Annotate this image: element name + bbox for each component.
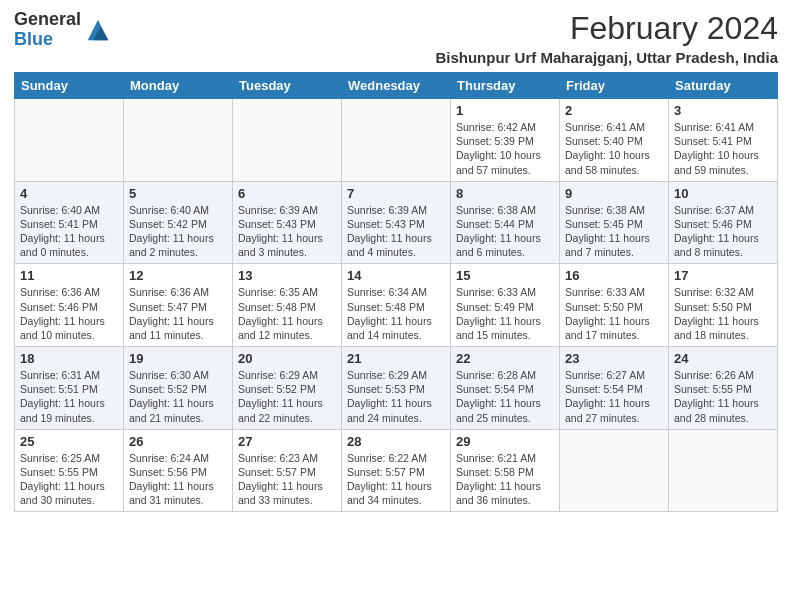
table-row: 22Sunrise: 6:28 AM Sunset: 5:54 PM Dayli…	[451, 347, 560, 430]
table-row: 28Sunrise: 6:22 AM Sunset: 5:57 PM Dayli…	[342, 429, 451, 512]
day-info: Sunrise: 6:41 AM Sunset: 5:40 PM Dayligh…	[565, 120, 663, 177]
table-row: 5Sunrise: 6:40 AM Sunset: 5:42 PM Daylig…	[124, 181, 233, 264]
day-number: 19	[129, 351, 227, 366]
col-sunday: Sunday	[15, 73, 124, 99]
day-number: 6	[238, 186, 336, 201]
calendar-week-row: 4Sunrise: 6:40 AM Sunset: 5:41 PM Daylig…	[15, 181, 778, 264]
table-row: 16Sunrise: 6:33 AM Sunset: 5:50 PM Dayli…	[560, 264, 669, 347]
day-info: Sunrise: 6:40 AM Sunset: 5:41 PM Dayligh…	[20, 203, 118, 260]
table-row: 20Sunrise: 6:29 AM Sunset: 5:52 PM Dayli…	[233, 347, 342, 430]
table-row: 13Sunrise: 6:35 AM Sunset: 5:48 PM Dayli…	[233, 264, 342, 347]
table-row: 18Sunrise: 6:31 AM Sunset: 5:51 PM Dayli…	[15, 347, 124, 430]
day-number: 4	[20, 186, 118, 201]
table-row: 3Sunrise: 6:41 AM Sunset: 5:41 PM Daylig…	[669, 99, 778, 182]
calendar: Sunday Monday Tuesday Wednesday Thursday…	[14, 72, 778, 512]
logo: General Blue	[14, 10, 112, 50]
day-number: 28	[347, 434, 445, 449]
day-info: Sunrise: 6:42 AM Sunset: 5:39 PM Dayligh…	[456, 120, 554, 177]
table-row	[560, 429, 669, 512]
day-number: 5	[129, 186, 227, 201]
calendar-week-row: 1Sunrise: 6:42 AM Sunset: 5:39 PM Daylig…	[15, 99, 778, 182]
day-number: 11	[20, 268, 118, 283]
day-info: Sunrise: 6:26 AM Sunset: 5:55 PM Dayligh…	[674, 368, 772, 425]
table-row	[124, 99, 233, 182]
day-number: 24	[674, 351, 772, 366]
day-info: Sunrise: 6:33 AM Sunset: 5:50 PM Dayligh…	[565, 285, 663, 342]
col-thursday: Thursday	[451, 73, 560, 99]
table-row: 2Sunrise: 6:41 AM Sunset: 5:40 PM Daylig…	[560, 99, 669, 182]
day-number: 18	[20, 351, 118, 366]
day-number: 21	[347, 351, 445, 366]
day-info: Sunrise: 6:29 AM Sunset: 5:52 PM Dayligh…	[238, 368, 336, 425]
day-number: 17	[674, 268, 772, 283]
table-row: 11Sunrise: 6:36 AM Sunset: 5:46 PM Dayli…	[15, 264, 124, 347]
table-row: 4Sunrise: 6:40 AM Sunset: 5:41 PM Daylig…	[15, 181, 124, 264]
day-info: Sunrise: 6:27 AM Sunset: 5:54 PM Dayligh…	[565, 368, 663, 425]
day-info: Sunrise: 6:25 AM Sunset: 5:55 PM Dayligh…	[20, 451, 118, 508]
table-row: 24Sunrise: 6:26 AM Sunset: 5:55 PM Dayli…	[669, 347, 778, 430]
day-number: 2	[565, 103, 663, 118]
day-number: 1	[456, 103, 554, 118]
day-info: Sunrise: 6:41 AM Sunset: 5:41 PM Dayligh…	[674, 120, 772, 177]
day-info: Sunrise: 6:29 AM Sunset: 5:53 PM Dayligh…	[347, 368, 445, 425]
title-section: February 2024 Bishunpur Urf Maharajganj,…	[435, 10, 778, 66]
col-tuesday: Tuesday	[233, 73, 342, 99]
logo-general: General	[14, 10, 81, 30]
table-row: 25Sunrise: 6:25 AM Sunset: 5:55 PM Dayli…	[15, 429, 124, 512]
calendar-header-row: Sunday Monday Tuesday Wednesday Thursday…	[15, 73, 778, 99]
table-row: 1Sunrise: 6:42 AM Sunset: 5:39 PM Daylig…	[451, 99, 560, 182]
table-row	[342, 99, 451, 182]
main-title: February 2024	[435, 10, 778, 47]
day-number: 26	[129, 434, 227, 449]
table-row: 6Sunrise: 6:39 AM Sunset: 5:43 PM Daylig…	[233, 181, 342, 264]
day-number: 7	[347, 186, 445, 201]
page: General Blue February 2024 Bishunpur Urf…	[0, 0, 792, 522]
day-number: 8	[456, 186, 554, 201]
day-info: Sunrise: 6:34 AM Sunset: 5:48 PM Dayligh…	[347, 285, 445, 342]
logo-icon	[84, 16, 112, 44]
table-row: 27Sunrise: 6:23 AM Sunset: 5:57 PM Dayli…	[233, 429, 342, 512]
day-number: 25	[20, 434, 118, 449]
subtitle: Bishunpur Urf Maharajganj, Uttar Pradesh…	[435, 49, 778, 66]
header: General Blue February 2024 Bishunpur Urf…	[14, 10, 778, 66]
table-row: 10Sunrise: 6:37 AM Sunset: 5:46 PM Dayli…	[669, 181, 778, 264]
table-row: 26Sunrise: 6:24 AM Sunset: 5:56 PM Dayli…	[124, 429, 233, 512]
day-info: Sunrise: 6:39 AM Sunset: 5:43 PM Dayligh…	[347, 203, 445, 260]
table-row: 9Sunrise: 6:38 AM Sunset: 5:45 PM Daylig…	[560, 181, 669, 264]
calendar-week-row: 11Sunrise: 6:36 AM Sunset: 5:46 PM Dayli…	[15, 264, 778, 347]
table-row: 17Sunrise: 6:32 AM Sunset: 5:50 PM Dayli…	[669, 264, 778, 347]
table-row	[233, 99, 342, 182]
col-wednesday: Wednesday	[342, 73, 451, 99]
day-info: Sunrise: 6:35 AM Sunset: 5:48 PM Dayligh…	[238, 285, 336, 342]
day-number: 9	[565, 186, 663, 201]
day-number: 29	[456, 434, 554, 449]
day-info: Sunrise: 6:33 AM Sunset: 5:49 PM Dayligh…	[456, 285, 554, 342]
table-row	[15, 99, 124, 182]
day-number: 27	[238, 434, 336, 449]
day-info: Sunrise: 6:23 AM Sunset: 5:57 PM Dayligh…	[238, 451, 336, 508]
day-info: Sunrise: 6:32 AM Sunset: 5:50 PM Dayligh…	[674, 285, 772, 342]
day-info: Sunrise: 6:37 AM Sunset: 5:46 PM Dayligh…	[674, 203, 772, 260]
day-number: 12	[129, 268, 227, 283]
table-row: 29Sunrise: 6:21 AM Sunset: 5:58 PM Dayli…	[451, 429, 560, 512]
day-number: 20	[238, 351, 336, 366]
day-info: Sunrise: 6:36 AM Sunset: 5:46 PM Dayligh…	[20, 285, 118, 342]
day-number: 10	[674, 186, 772, 201]
day-info: Sunrise: 6:38 AM Sunset: 5:44 PM Dayligh…	[456, 203, 554, 260]
col-saturday: Saturday	[669, 73, 778, 99]
logo-text: General Blue	[14, 10, 81, 50]
col-friday: Friday	[560, 73, 669, 99]
day-info: Sunrise: 6:28 AM Sunset: 5:54 PM Dayligh…	[456, 368, 554, 425]
table-row: 15Sunrise: 6:33 AM Sunset: 5:49 PM Dayli…	[451, 264, 560, 347]
day-number: 3	[674, 103, 772, 118]
day-info: Sunrise: 6:30 AM Sunset: 5:52 PM Dayligh…	[129, 368, 227, 425]
day-info: Sunrise: 6:38 AM Sunset: 5:45 PM Dayligh…	[565, 203, 663, 260]
table-row: 7Sunrise: 6:39 AM Sunset: 5:43 PM Daylig…	[342, 181, 451, 264]
table-row: 21Sunrise: 6:29 AM Sunset: 5:53 PM Dayli…	[342, 347, 451, 430]
day-number: 23	[565, 351, 663, 366]
day-number: 16	[565, 268, 663, 283]
day-info: Sunrise: 6:36 AM Sunset: 5:47 PM Dayligh…	[129, 285, 227, 342]
calendar-week-row: 25Sunrise: 6:25 AM Sunset: 5:55 PM Dayli…	[15, 429, 778, 512]
table-row: 8Sunrise: 6:38 AM Sunset: 5:44 PM Daylig…	[451, 181, 560, 264]
day-info: Sunrise: 6:39 AM Sunset: 5:43 PM Dayligh…	[238, 203, 336, 260]
